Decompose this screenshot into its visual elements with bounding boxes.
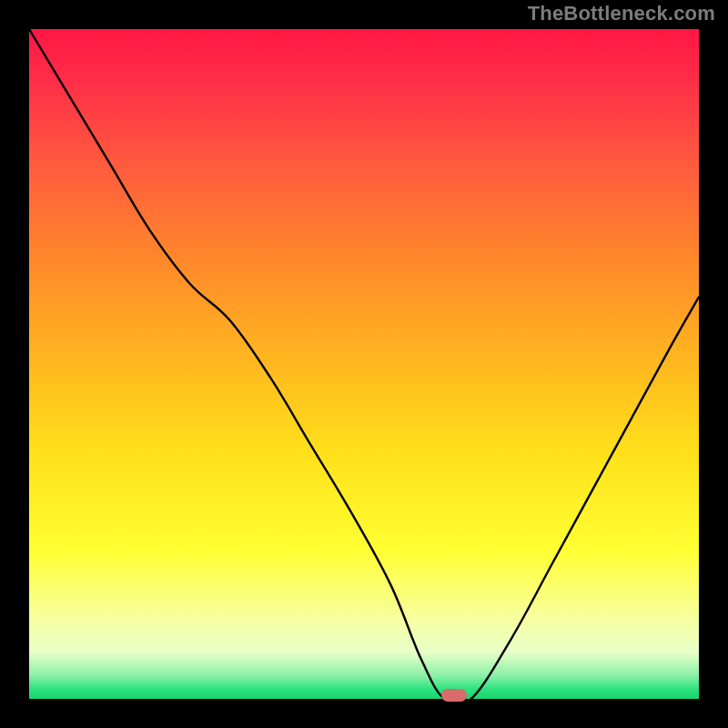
gradient-background [29,29,699,699]
chart-frame: TheBottleneck.com [0,0,728,728]
watermark-text: TheBottleneck.com [528,2,715,25]
plot-area [29,29,699,699]
minimum-marker [441,689,467,702]
chart-svg [29,29,699,699]
